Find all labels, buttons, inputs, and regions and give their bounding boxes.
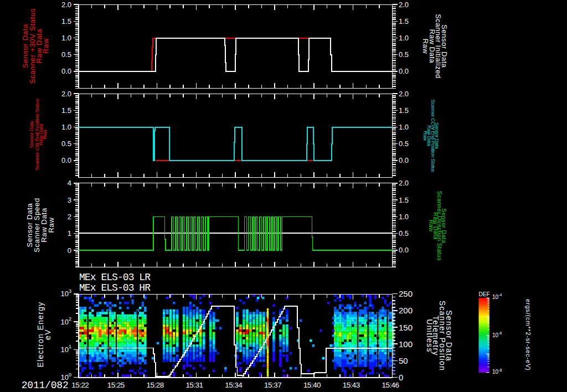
svg-text:0.5: 0.5 [399, 50, 409, 59]
svg-text:15:46: 15:46 [382, 381, 399, 389]
svg-text:0: 0 [399, 373, 403, 382]
svg-text:Raw: Raw [421, 39, 430, 54]
svg-text:15:22: 15:22 [71, 381, 89, 389]
svg-text:Raw: Raw [42, 38, 50, 54]
svg-text:3: 3 [68, 196, 71, 204]
svg-text:4: 4 [68, 179, 71, 187]
svg-text:200: 200 [399, 306, 413, 315]
svg-text:2.0: 2.0 [61, 1, 71, 9]
svg-text:1.5: 1.5 [61, 17, 71, 25]
svg-text:0.0: 0.0 [399, 67, 409, 75]
svg-text:0: 0 [68, 246, 71, 255]
svg-text:DEF: DEF [479, 291, 490, 297]
svg-text:0.5: 0.5 [399, 229, 409, 238]
svg-text:0.0: 0.0 [61, 67, 71, 75]
svg-text:15:28: 15:28 [147, 381, 164, 389]
svg-text:1.0: 1.0 [61, 34, 71, 42]
svg-text:15:25: 15:25 [107, 381, 125, 389]
svg-text:1.5: 1.5 [399, 106, 409, 115]
svg-text:1.5: 1.5 [61, 106, 71, 115]
svg-text:0.0: 0.0 [61, 156, 71, 164]
svg-text:Raw: Raw [428, 220, 435, 232]
svg-text:15:40: 15:40 [303, 381, 321, 389]
svg-text:MEx ELS-03 LR: MEx ELS-03 LR [79, 272, 151, 283]
svg-text:eV: eV [43, 329, 52, 340]
svg-text:Sensor Data: Sensor Data [29, 121, 34, 148]
svg-text:15:37: 15:37 [264, 381, 281, 389]
svg-text:Unitless: Unitless [425, 319, 434, 353]
svg-text:1.0: 1.0 [399, 213, 409, 221]
svg-text:1: 1 [68, 229, 71, 238]
svg-text:2.0: 2.0 [399, 90, 409, 98]
svg-text:1.5: 1.5 [399, 17, 409, 25]
svg-text:100: 100 [399, 339, 413, 349]
svg-text:2.0: 2.0 [399, 1, 409, 9]
svg-text:0.5: 0.5 [399, 140, 409, 148]
svg-text:15:31: 15:31 [185, 381, 203, 389]
svg-text:1.0: 1.0 [399, 34, 409, 42]
svg-text:50: 50 [399, 356, 408, 365]
svg-text:15:43: 15:43 [343, 381, 360, 389]
svg-text:2011/082: 2011/082 [22, 380, 69, 391]
svg-text:1.5: 1.5 [399, 196, 409, 204]
svg-text:2.0: 2.0 [399, 179, 409, 187]
svg-text:ergs/(cm**2-sr-sec-eV): ergs/(cm**2-sr-sec-eV) [525, 299, 532, 370]
svg-text:2.0: 2.0 [61, 90, 71, 98]
svg-text:Raw: Raw [422, 131, 428, 141]
svg-text:0.0: 0.0 [399, 156, 409, 164]
svg-text:0.5: 0.5 [61, 50, 71, 59]
svg-text:1.0: 1.0 [399, 123, 409, 131]
svg-text:250: 250 [399, 289, 413, 298]
svg-text:Raw: Raw [42, 130, 48, 140]
svg-text:150: 150 [399, 323, 413, 332]
svg-text:2: 2 [68, 213, 71, 221]
svg-text:Raw: Raw [47, 217, 55, 233]
svg-text:MEx ELS-03 HR: MEx ELS-03 HR [79, 282, 151, 293]
svg-text:15:34: 15:34 [225, 381, 243, 389]
svg-text:0.0: 0.0 [399, 246, 409, 254]
svg-text:1.0: 1.0 [61, 123, 71, 131]
svg-text:0.5: 0.5 [61, 140, 71, 148]
